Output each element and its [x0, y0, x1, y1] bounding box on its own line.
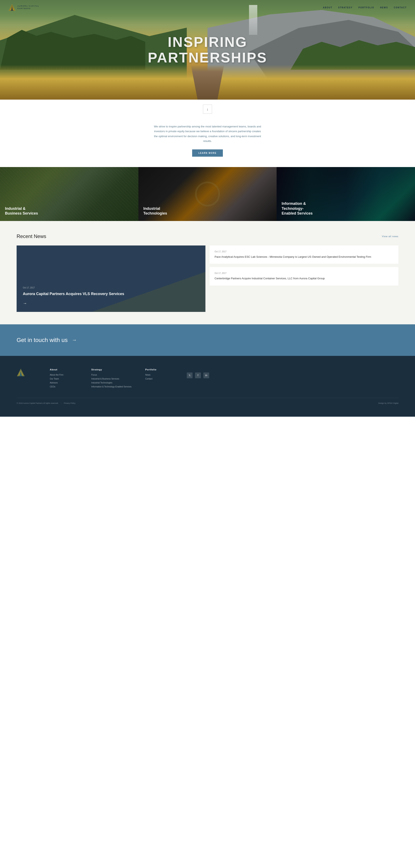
footer-copyright: © 2018 Aurora Capital Partners All right…	[17, 402, 59, 404]
footer-industrial-tech[interactable]: Industrial Technologies	[91, 382, 137, 384]
news-right-column: Oct 17, 2017 Pace Analytical Acquires ES…	[210, 246, 398, 312]
footer-top: About About the Firm Our Team Advisors C…	[17, 368, 398, 390]
featured-news-card[interactable]: Oct 17, 2017 Aurora Capital Partners Acq…	[17, 246, 205, 312]
footer-advisors[interactable]: Advisors	[50, 382, 83, 384]
intro-section: We strive to inspire partnership among t…	[150, 124, 265, 157]
footer-news-link[interactable]: News	[145, 374, 179, 376]
sector-label-1: Industrial &Business Services	[5, 206, 38, 216]
nav-links: ABOUT STRATEGY PORTFOLIO NEWS CONTACT	[323, 6, 407, 9]
footer-strategy-title: Strategy	[91, 368, 137, 371]
cta-text: Get in touch with us	[17, 337, 68, 343]
news-section-title: Recent News	[17, 234, 46, 239]
nav-about[interactable]: ABOUT	[323, 6, 332, 9]
facebook-icon[interactable]: f	[195, 372, 201, 378]
hero-title-line1: INSPIRING	[148, 34, 267, 50]
footer-strategy-col: Strategy Focus Industrial & Business Ser…	[91, 368, 137, 390]
navigation: AURORA CAPITAL PARTNERS ABOUT STRATEGY P…	[0, 0, 415, 15]
nav-portfolio[interactable]: PORTFOLIO	[358, 6, 374, 9]
footer-social-col: 𝕏 f in	[187, 368, 220, 390]
footer-focus[interactable]: Focus	[91, 374, 137, 376]
footer-our-team[interactable]: Our Team	[50, 378, 83, 380]
footer-logo	[17, 368, 41, 390]
logo-text: AURORA CAPITAL PARTNERS	[18, 5, 39, 10]
footer-contact-link[interactable]: Contact	[145, 378, 179, 380]
news-card-1-date: Oct 17, 2017	[215, 250, 393, 253]
footer-social-links: 𝕏 f in	[187, 372, 220, 378]
learn-more-button[interactable]: LEARN MORE	[192, 149, 223, 157]
hero-text: INSPIRING PARTNERSHIPS	[148, 34, 267, 65]
footer-portfolio-col: Portfolio News Contact	[145, 368, 179, 390]
footer-about-title: About	[50, 368, 83, 371]
sectors-section: Industrial &Business Services Industrial…	[0, 167, 415, 221]
sector-industrial-tech[interactable]: IndustrialTechnologies	[138, 167, 277, 221]
sector-information-tech[interactable]: Information &Technology-Enabled Services	[277, 167, 415, 221]
cta-arrow-icon: →	[72, 337, 77, 343]
nav-news[interactable]: NEWS	[380, 6, 388, 9]
view-all-news-link[interactable]: View all news	[382, 235, 398, 238]
footer-separator: |	[61, 402, 61, 404]
footer: About About the Firm Our Team Advisors C…	[0, 356, 415, 417]
logo-icon	[8, 4, 16, 11]
sector-industrial-business[interactable]: Industrial &Business Services	[0, 167, 138, 221]
scroll-down-button[interactable]: ↓	[203, 104, 212, 114]
footer-logo-icon	[17, 368, 25, 377]
nav-contact[interactable]: CONTACT	[394, 6, 407, 9]
news-grid: Oct 17, 2017 Aurora Capital Partners Acq…	[17, 246, 398, 312]
logo[interactable]: AURORA CAPITAL PARTNERS	[8, 4, 39, 11]
news-card-2-title: Centerbridge Partners Acquire Industrial…	[215, 276, 393, 281]
footer-about-col: About About the Firm Our Team Advisors C…	[50, 368, 83, 390]
nav-strategy[interactable]: STRATEGY	[338, 6, 353, 9]
footer-info-tech[interactable]: Information & Technology-Enabled Service…	[91, 385, 137, 388]
sector-label-3: Information &Technology-Enabled Services	[282, 201, 313, 216]
news-card-1[interactable]: Oct 17, 2017 Pace Analytical Acquires ES…	[210, 246, 398, 264]
intro-text: We strive to inspire partnership among t…	[154, 124, 261, 144]
sector-label-2: IndustrialTechnologies	[143, 206, 167, 216]
twitter-icon[interactable]: 𝕏	[187, 372, 193, 378]
news-card-2-date: Oct 17, 2017	[215, 272, 393, 274]
footer-about-firm[interactable]: About the Firm	[50, 374, 83, 376]
footer-industrial-business[interactable]: Industrial & Business Services	[91, 378, 137, 380]
linkedin-icon[interactable]: in	[203, 372, 209, 378]
footer-ceos[interactable]: CEOs	[50, 385, 83, 388]
news-header: Recent News View all news	[17, 234, 398, 239]
hero-title-line2: PARTNERSHIPS	[148, 50, 267, 65]
hero-section: INSPIRING PARTNERSHIPS	[0, 0, 415, 100]
scroll-button-wrap: ↓	[0, 104, 415, 114]
news-card-1-title: Pace Analytical Acquires ESC Lab Science…	[215, 255, 393, 259]
footer-portfolio-title: Portfolio	[145, 368, 179, 371]
cta-section[interactable]: Get in touch with us →	[0, 324, 415, 356]
footer-bottom: © 2018 Aurora Capital Partners All right…	[17, 398, 398, 404]
footer-privacy-link[interactable]: Privacy Policy	[64, 402, 75, 404]
news-card-2[interactable]: Oct 17, 2017 Centerbridge Partners Acqui…	[210, 267, 398, 285]
footer-design-credit: Design by SPINX Digital	[378, 402, 398, 404]
news-section: Recent News View all news Oct 17, 2017 A…	[0, 221, 415, 324]
